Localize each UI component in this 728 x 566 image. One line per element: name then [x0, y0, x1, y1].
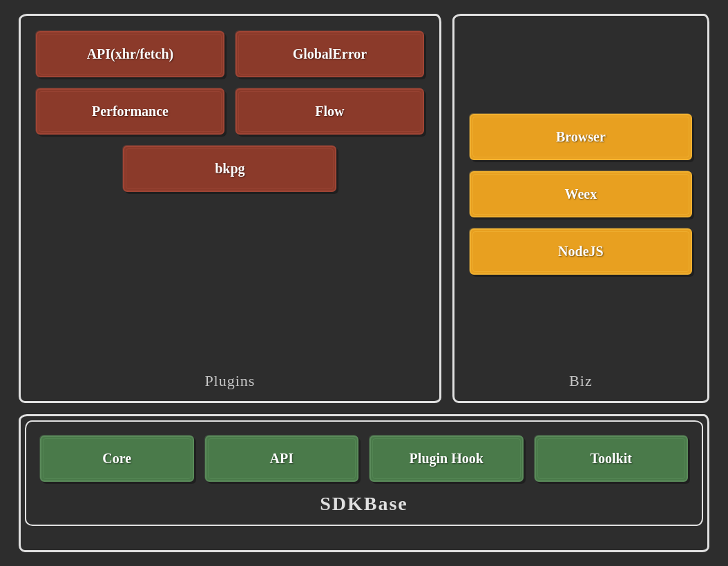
bkpg-box: bkpg [123, 146, 336, 192]
api-xhr-fetch-box: API(xhr/fetch) [36, 31, 224, 77]
plugins-label: Plugins [29, 364, 431, 393]
main-wrapper: API(xhr/fetch) GlobalError Performance F… [19, 14, 709, 552]
nodejs-box: NodeJS [470, 228, 692, 275]
toolkit-label: Toolkit [591, 451, 632, 467]
nodejs-label: NodeJS [558, 244, 604, 260]
core-box: Core [40, 436, 194, 482]
sdkbase-label: SDKBase [40, 482, 688, 518]
bkpg-label: bkpg [215, 161, 245, 177]
weex-box: Weex [470, 171, 692, 217]
toolkit-box: Toolkit [535, 436, 689, 482]
biz-label: Biz [463, 364, 699, 393]
browser-label: Browser [556, 129, 606, 145]
sdkbase-panel: Core API Plugin Hook Toolkit SDKBase [19, 414, 709, 552]
api-xhr-fetch-label: API(xhr/fetch) [87, 46, 174, 62]
flow-box: Flow [236, 88, 424, 135]
plugin-hook-box: Plugin Hook [370, 436, 524, 482]
weex-label: Weex [565, 186, 597, 202]
performance-box: Performance [36, 88, 224, 135]
flow-label: Flow [315, 104, 344, 119]
performance-label: Performance [92, 104, 169, 119]
plugins-row-2: Performance Flow [36, 88, 424, 135]
global-error-box: GlobalError [236, 31, 424, 77]
plugins-row-1: API(xhr/fetch) GlobalError [36, 31, 424, 77]
plugins-row-3: bkpg [36, 146, 424, 192]
plugins-panel: API(xhr/fetch) GlobalError Performance F… [19, 14, 441, 403]
browser-box: Browser [470, 114, 692, 160]
sdkbase-grid: Core API Plugin Hook Toolkit [40, 436, 688, 482]
core-label: Core [102, 451, 131, 467]
global-error-label: GlobalError [293, 46, 367, 62]
sdkbase-inner: Core API Plugin Hook Toolkit SDKBase [25, 420, 703, 526]
plugin-hook-label: Plugin Hook [410, 451, 483, 467]
biz-panel: Browser Weex NodeJS Biz [452, 14, 709, 403]
api-label: API [270, 451, 294, 467]
top-row: API(xhr/fetch) GlobalError Performance F… [19, 14, 709, 403]
api-box: API [205, 436, 359, 482]
